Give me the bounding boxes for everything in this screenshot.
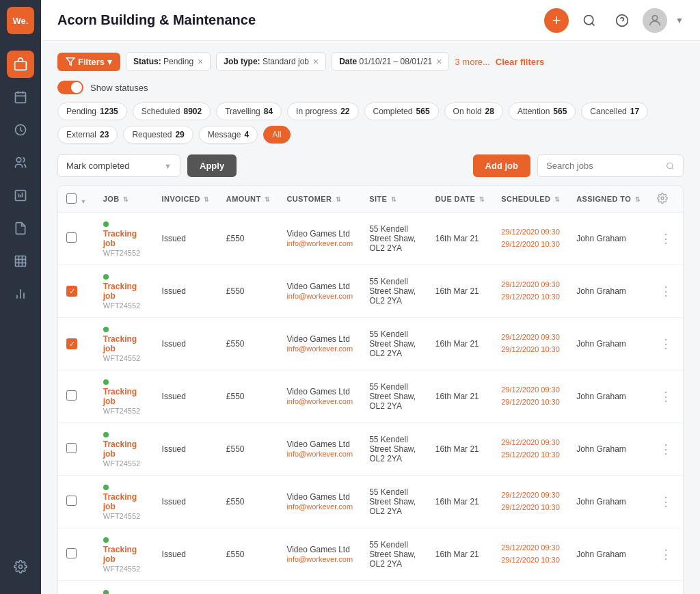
actions-cell[interactable]: ⋮: [649, 476, 683, 528]
row-menu-icon[interactable]: ⋮: [657, 390, 675, 403]
sidebar-item-table[interactable]: [7, 247, 34, 275]
customer-email[interactable]: info@workever.com: [286, 450, 353, 458]
close-icon[interactable]: ×: [198, 56, 203, 67]
row-checkbox[interactable]: [66, 232, 77, 243]
row-checkbox[interactable]: [66, 443, 77, 453]
job-cell: Tracking job WFT24552: [95, 370, 154, 423]
add-job-button[interactable]: Add job: [473, 154, 530, 177]
filter-date[interactable]: Date 01/10/21 – 08/01/21 ×: [332, 52, 449, 71]
row-checkbox[interactable]: [66, 548, 77, 558]
sidebar-item-contacts[interactable]: [7, 149, 34, 176]
sort-icon[interactable]: ⇅: [479, 196, 485, 203]
row-menu-icon[interactable]: ⋮: [657, 548, 675, 561]
sidebar-item-documents[interactable]: [7, 215, 34, 242]
job-link[interactable]: Tracking job: [103, 492, 137, 511]
sidebar-item-analytics[interactable]: [7, 280, 34, 308]
chip-requested[interactable]: Requested 29: [123, 126, 193, 144]
customer-email[interactable]: info@workever.com: [286, 397, 353, 405]
apply-button[interactable]: Apply: [187, 154, 237, 177]
row-checkbox-cell[interactable]: [58, 423, 95, 476]
help-icon[interactable]: [610, 8, 634, 33]
more-filters-link[interactable]: 3 more...: [455, 57, 489, 67]
customer-email[interactable]: info@workever.com: [286, 345, 353, 353]
action-select[interactable]: Mark completed ▼: [57, 154, 180, 177]
job-link[interactable]: Tracking job: [103, 545, 137, 564]
show-statuses-toggle[interactable]: [57, 81, 83, 94]
search-icon[interactable]: [577, 8, 602, 33]
actions-cell[interactable]: ⋮: [649, 265, 683, 318]
actions-cell[interactable]: ⋮: [649, 213, 683, 265]
chip-all[interactable]: All: [263, 126, 290, 144]
chip-pending[interactable]: Pending 1235: [57, 103, 127, 120]
sort-icon[interactable]: ⇅: [336, 196, 341, 203]
row-menu-icon[interactable]: ⋮: [657, 284, 675, 298]
actions-cell[interactable]: ⋮: [649, 318, 683, 370]
customer-email[interactable]: info@workever.com: [286, 292, 353, 300]
sidebar-item-clock[interactable]: [7, 116, 34, 144]
filters-button[interactable]: Filters ▾: [57, 53, 120, 71]
sort-icon[interactable]: ⇅: [265, 196, 270, 203]
actions-cell[interactable]: ⋮: [649, 581, 683, 595]
chip-attention[interactable]: Attention 565: [509, 103, 576, 120]
sidebar-item-settings[interactable]: [7, 553, 34, 580]
sidebar-item-calendar[interactable]: [7, 83, 34, 111]
customer-email[interactable]: info@workever.com: [286, 239, 353, 247]
row-checkbox-cell[interactable]: [58, 213, 95, 265]
avatar[interactable]: [643, 8, 667, 33]
sort-icon[interactable]: ⇅: [204, 196, 209, 203]
add-button[interactable]: +: [544, 8, 569, 33]
row-menu-icon[interactable]: ⋮: [657, 495, 675, 509]
sort-icon[interactable]: ⇅: [554, 196, 560, 203]
row-checkbox[interactable]: [66, 496, 77, 506]
actions-cell[interactable]: ⋮: [649, 370, 683, 423]
clear-filters-link[interactable]: Clear filters: [496, 57, 545, 67]
row-checkbox-cell[interactable]: ✓: [58, 265, 95, 318]
job-link[interactable]: Tracking job: [103, 334, 137, 353]
filter-status[interactable]: Status: Pending ×: [126, 52, 211, 71]
job-link[interactable]: Tracking job: [103, 282, 137, 301]
close-icon[interactable]: ×: [436, 56, 442, 67]
filter-job-type[interactable]: Job type: Standard job ×: [216, 52, 326, 71]
customer-email[interactable]: info@workever.com: [286, 555, 353, 563]
checked-checkbox[interactable]: ✓: [66, 286, 77, 297]
job-link[interactable]: Tracking job: [103, 440, 137, 459]
customer-email[interactable]: info@workever.com: [286, 502, 353, 511]
sort-icon[interactable]: ⇅: [391, 196, 396, 203]
sort-icon[interactable]: ⇅: [635, 196, 641, 203]
row-checkbox-cell[interactable]: ✓: [58, 318, 95, 370]
chip-in-progress[interactable]: In progress 22: [287, 103, 358, 120]
sort-icon[interactable]: ⇅: [123, 196, 129, 203]
col-settings[interactable]: [649, 186, 683, 213]
job-link[interactable]: Tracking job: [103, 387, 137, 406]
row-checkbox-cell[interactable]: [58, 528, 95, 581]
row-checkbox-cell[interactable]: [58, 581, 95, 595]
chip-scheduled[interactable]: Scheduled 8902: [133, 103, 211, 120]
row-menu-icon[interactable]: ⋮: [657, 337, 675, 351]
chip-message[interactable]: Message 4: [199, 126, 258, 144]
chip-completed[interactable]: Completed 565: [364, 103, 439, 120]
row-checkbox-cell[interactable]: [58, 476, 95, 528]
checked-checkbox[interactable]: ✓: [66, 338, 77, 349]
search-input[interactable]: [546, 161, 662, 171]
chip-cancelled[interactable]: Cancelled 17: [581, 103, 648, 120]
chevron-down-icon[interactable]: ▼: [80, 198, 86, 205]
row-menu-icon[interactable]: ⋮: [657, 442, 675, 456]
filters-bar: Filters ▾ Status: Pending × Job type: St…: [57, 52, 684, 71]
header-checkbox-cell[interactable]: ▼: [58, 186, 95, 213]
select-all-checkbox[interactable]: [66, 193, 77, 204]
row-checkbox-cell[interactable]: [58, 370, 95, 423]
scheduled-time: 29/12/2020 09:3029/12/2020 10:30: [501, 489, 560, 513]
close-icon[interactable]: ×: [313, 56, 319, 67]
chip-travelling[interactable]: Travelling 84: [216, 103, 282, 120]
actions-cell[interactable]: ⋮: [649, 528, 683, 581]
chip-on-hold[interactable]: On hold 28: [444, 103, 503, 120]
row-menu-icon[interactable]: ⋮: [657, 232, 675, 245]
job-link[interactable]: Tracking job: [103, 229, 137, 248]
chevron-down-icon[interactable]: ▼: [675, 16, 684, 25]
sidebar-item-reports[interactable]: [7, 182, 34, 209]
sidebar-item-jobs[interactable]: [7, 51, 34, 78]
actions-cell[interactable]: ⋮: [649, 423, 683, 476]
row-checkbox[interactable]: [66, 390, 77, 401]
app-logo[interactable]: We.: [7, 7, 34, 34]
chip-external[interactable]: External 23: [57, 126, 118, 144]
